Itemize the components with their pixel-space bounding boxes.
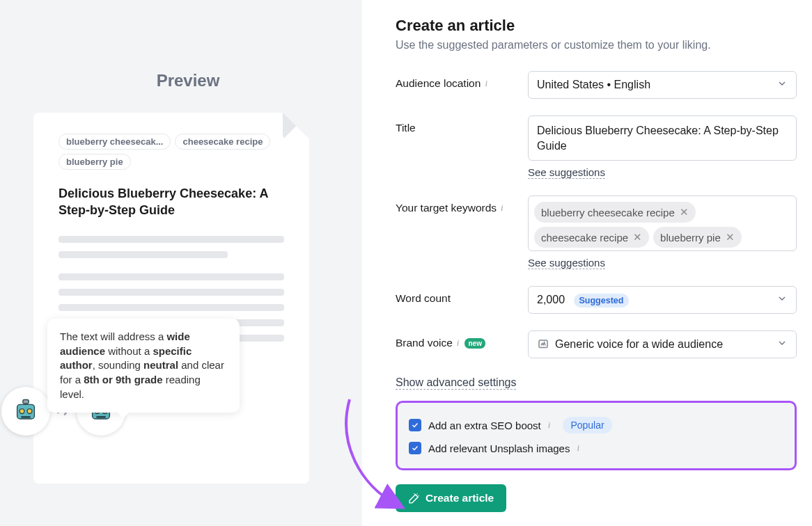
info-icon[interactable]: i xyxy=(501,202,503,214)
word-count-select[interactable]: 2,000 Suggested xyxy=(528,286,797,314)
magic-wand-icon xyxy=(408,493,420,504)
title-label: Title xyxy=(396,115,528,134)
keywords-input[interactable]: blueberry cheesecake recipe✕ cheesecake … xyxy=(528,196,797,251)
remove-icon[interactable]: ✕ xyxy=(726,231,735,244)
svg-rect-3 xyxy=(21,416,31,418)
svg-point-1 xyxy=(19,409,24,414)
chevron-down-icon xyxy=(776,293,788,307)
checkbox-checked-icon[interactable] xyxy=(409,419,421,431)
preview-tag: blueberry cheesecak... xyxy=(58,134,171,150)
preview-tag: cheesecake recipe xyxy=(175,134,270,150)
create-article-button[interactable]: Create article xyxy=(396,484,506,512)
audience-location-select[interactable]: United States • English xyxy=(528,71,797,99)
seo-boost-label: Add an extra SEO boost xyxy=(428,420,541,431)
unsplash-label: Add relevant Unsplash images xyxy=(428,443,570,454)
form-panel: Create an article Use the suggested para… xyxy=(362,0,812,526)
chevron-down-icon xyxy=(776,337,788,351)
info-icon[interactable]: i xyxy=(577,443,579,454)
remove-icon[interactable]: ✕ xyxy=(680,206,689,218)
brand-voice-label: Brand voice i new xyxy=(396,330,528,349)
svg-rect-9 xyxy=(96,416,106,418)
audience-location-label: Audience location i xyxy=(396,71,528,90)
seo-boost-option[interactable]: Add an extra SEO boost i Popular xyxy=(409,413,783,438)
remove-icon[interactable]: ✕ xyxy=(633,231,642,244)
popular-badge: Popular xyxy=(563,417,611,433)
chevron-down-icon xyxy=(776,78,788,92)
checkbox-checked-icon[interactable] xyxy=(409,442,421,454)
preview-title-text: Delicious Blueberry Cheesecake: A Step-b… xyxy=(58,185,284,219)
preview-heading: Preview xyxy=(33,71,343,90)
keyword-chip[interactable]: cheesecake recipe✕ xyxy=(534,227,649,248)
extra-options-box: Add an extra SEO boost i Popular Add rel… xyxy=(396,401,797,470)
title-suggestions-link[interactable]: See suggestions xyxy=(528,166,605,179)
preview-tag: blueberry pie xyxy=(58,154,131,170)
preview-panel: Preview blueberry cheesecak... cheesecak… xyxy=(0,0,362,526)
title-input[interactable]: Delicious Blueberry Cheesecake: A Step-b… xyxy=(528,115,797,161)
new-badge: new xyxy=(464,338,485,349)
unsplash-images-option[interactable]: Add relevant Unsplash images i xyxy=(409,438,783,459)
info-icon[interactable]: i xyxy=(457,337,460,349)
brand-voice-select[interactable]: Generic voice for a wide audience xyxy=(528,330,797,358)
keywords-label: Your target keywords i xyxy=(396,196,528,214)
page-subtitle: Use the suggested parameters or customiz… xyxy=(396,39,797,51)
svg-point-2 xyxy=(27,409,32,414)
show-advanced-settings-link[interactable]: Show advanced settings xyxy=(396,376,516,390)
tone-icon xyxy=(537,338,549,351)
keyword-chip[interactable]: blueberry cheesecake recipe✕ xyxy=(534,202,696,223)
robot-icon xyxy=(1,387,50,436)
info-icon[interactable]: i xyxy=(485,78,487,89)
keyword-chip[interactable]: blueberry pie✕ xyxy=(653,227,742,248)
preview-tags: blueberry cheesecak... cheesecake recipe… xyxy=(58,134,284,170)
svg-rect-4 xyxy=(23,400,29,404)
page-title: Create an article xyxy=(396,17,797,35)
suggested-badge: Suggested xyxy=(574,294,630,308)
keywords-suggestions-link[interactable]: See suggestions xyxy=(528,257,605,269)
info-icon[interactable]: i xyxy=(548,420,551,431)
brand-voice-tooltip: The text will address a wide audience wi… xyxy=(47,319,240,413)
word-count-label: Word count xyxy=(396,286,528,305)
